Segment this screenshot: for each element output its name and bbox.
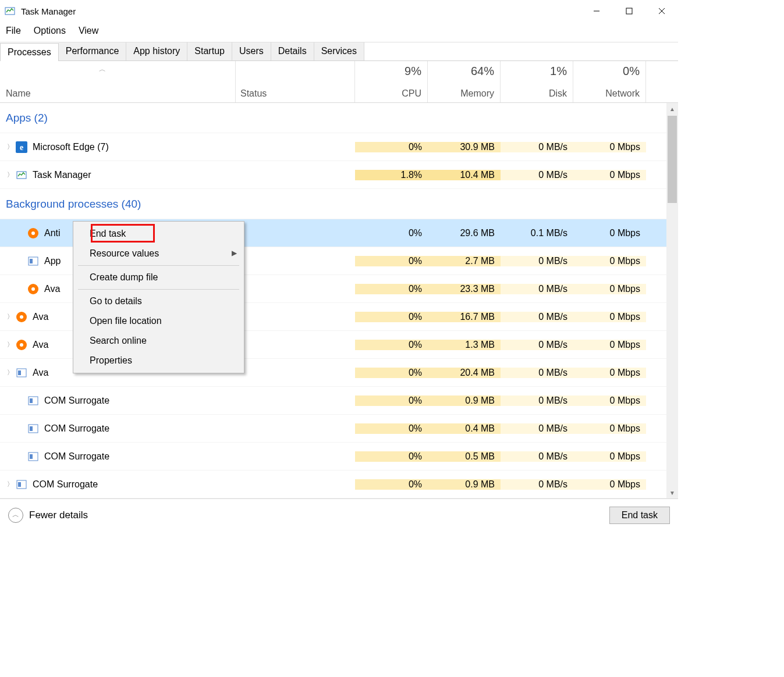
svg-rect-11 — [30, 259, 33, 263]
process-row[interactable]: 〉 Task Manager 1.8% 10.4 MB 0 MB/s 0 Mbp… — [0, 161, 678, 189]
context-menu-go-to-details[interactable]: Go to details — [75, 291, 243, 311]
column-status-label: Status — [240, 88, 267, 99]
process-row[interactable]: 〉 COM Surrogate 0% 0.9 MB 0 MB/s 0 Mbps — [0, 471, 678, 498]
tab-startup[interactable]: Startup — [187, 42, 232, 60]
expand-icon[interactable]: 〉 — [5, 480, 15, 489]
context-menu-end-task[interactable]: End task — [75, 224, 243, 244]
disk-cell: 0 MB/s — [501, 368, 573, 378]
context-menu-create-dump[interactable]: Create dump file — [75, 268, 243, 287]
tab-details[interactable]: Details — [271, 42, 314, 60]
disk-cell: 0 MB/s — [501, 479, 573, 490]
menu-options[interactable]: Options — [34, 26, 66, 36]
process-name: App — [44, 256, 61, 266]
network-label: Network — [573, 88, 640, 99]
network-percent: 0% — [573, 65, 640, 78]
submenu-arrow-icon: ▶ — [232, 249, 237, 257]
memory-cell: 16.7 MB — [428, 312, 501, 322]
cpu-cell: 0% — [355, 395, 428, 406]
process-row[interactable]: COM Surrogate 0% 0.4 MB 0 MB/s 0 Mbps — [0, 415, 678, 443]
column-disk[interactable]: 1% Disk — [501, 61, 573, 102]
process-row[interactable]: 〉 e Microsoft Edge (7) 0% 30.9 MB 0 MB/s… — [0, 133, 678, 161]
network-cell: 0 Mbps — [573, 368, 646, 378]
cpu-cell: 0% — [355, 368, 428, 378]
disk-cell: 0 MB/s — [501, 451, 573, 462]
tab-users[interactable]: Users — [232, 42, 271, 60]
memory-cell: 0.9 MB — [428, 395, 501, 406]
maximize-button[interactable] — [613, 0, 645, 22]
memory-cell: 0.9 MB — [428, 479, 501, 490]
minimize-button[interactable] — [580, 0, 613, 22]
column-status[interactable]: Status — [236, 61, 355, 102]
app-icon — [15, 366, 28, 379]
context-menu-search-online[interactable]: Search online — [75, 331, 243, 351]
scroll-down-icon[interactable]: ▼ — [666, 487, 678, 498]
task-manager-icon — [15, 169, 28, 181]
cpu-cell: 0% — [355, 312, 428, 322]
window-title: Task Manager — [21, 6, 76, 16]
context-menu-resource-values[interactable]: Resource values ▶ — [75, 244, 243, 263]
svg-rect-25 — [30, 454, 33, 459]
tab-processes[interactable]: Processes — [0, 43, 59, 61]
process-name: Ava — [33, 312, 48, 322]
tabs: Processes Performance App history Startu… — [0, 42, 678, 61]
fewer-details-label: Fewer details — [29, 509, 88, 521]
cpu-cell: 0% — [355, 340, 428, 350]
column-cpu[interactable]: 9% CPU — [355, 61, 428, 102]
process-row[interactable]: COM Surrogate 0% 0.9 MB 0 MB/s 0 Mbps — [0, 387, 678, 415]
disk-percent: 1% — [501, 65, 567, 78]
tab-services[interactable]: Services — [314, 42, 364, 60]
scroll-thumb[interactable] — [668, 116, 677, 203]
menu-view[interactable]: View — [79, 26, 98, 36]
expand-icon[interactable]: 〉 — [5, 340, 15, 349]
memory-label: Memory — [428, 88, 494, 99]
svg-rect-27 — [18, 482, 21, 487]
memory-cell: 2.7 MB — [428, 256, 501, 266]
context-menu-separator — [78, 265, 239, 266]
disk-cell: 0 MB/s — [501, 423, 573, 434]
expand-icon[interactable]: 〉 — [5, 312, 15, 321]
memory-cell: 0.5 MB — [428, 451, 501, 462]
network-cell: 0 Mbps — [573, 312, 646, 322]
network-cell: 0 Mbps — [573, 142, 646, 152]
context-menu-properties[interactable]: Properties — [75, 351, 243, 370]
menubar: File Options View — [0, 22, 678, 42]
avast-icon — [27, 227, 40, 240]
disk-cell: 0 MB/s — [501, 256, 573, 266]
scrollbar[interactable]: ▲ ▼ — [666, 103, 678, 498]
titlebar: Task Manager — [0, 0, 678, 22]
disk-cell: 0 MB/s — [501, 284, 573, 294]
fewer-details-button[interactable]: ︿ Fewer details — [8, 508, 88, 523]
column-network[interactable]: 0% Network — [573, 61, 646, 102]
process-name: COM Surrogate — [44, 451, 109, 462]
group-background[interactable]: Background processes (40) — [0, 189, 678, 219]
group-apps[interactable]: Apps (2) — [0, 103, 678, 133]
process-name: Ava — [33, 368, 48, 378]
app-icon — [27, 394, 40, 407]
menu-file[interactable]: File — [6, 26, 21, 36]
tab-app-history[interactable]: App history — [126, 42, 187, 60]
expand-icon[interactable]: 〉 — [5, 368, 15, 377]
app-icon — [27, 450, 40, 463]
app-icon — [15, 478, 28, 491]
context-menu-open-file-location[interactable]: Open file location — [75, 311, 243, 331]
disk-cell: 0 MB/s — [501, 340, 573, 350]
column-name[interactable]: ︿ Name — [0, 61, 236, 102]
disk-cell: 0 MB/s — [501, 312, 573, 322]
memory-cell: 20.4 MB — [428, 368, 501, 378]
group-apps-label: Apps (2) — [0, 112, 236, 124]
column-memory[interactable]: 64% Memory — [428, 61, 501, 102]
disk-cell: 0 MB/s — [501, 170, 573, 180]
tab-performance[interactable]: Performance — [59, 42, 127, 60]
memory-percent: 64% — [428, 65, 494, 78]
svg-point-17 — [20, 343, 23, 347]
end-task-button[interactable]: End task — [609, 507, 670, 524]
scroll-up-icon[interactable]: ▲ — [666, 103, 678, 115]
svg-point-9 — [31, 231, 35, 235]
cpu-cell: 0% — [355, 451, 428, 462]
process-name: Microsoft Edge (7) — [33, 142, 109, 152]
close-button[interactable] — [645, 0, 678, 22]
expand-icon[interactable]: 〉 — [5, 142, 15, 151]
process-row[interactable]: COM Surrogate 0% 0.5 MB 0 MB/s 0 Mbps — [0, 443, 678, 471]
expand-icon[interactable]: 〉 — [5, 170, 15, 179]
task-manager-icon — [3, 5, 16, 17]
